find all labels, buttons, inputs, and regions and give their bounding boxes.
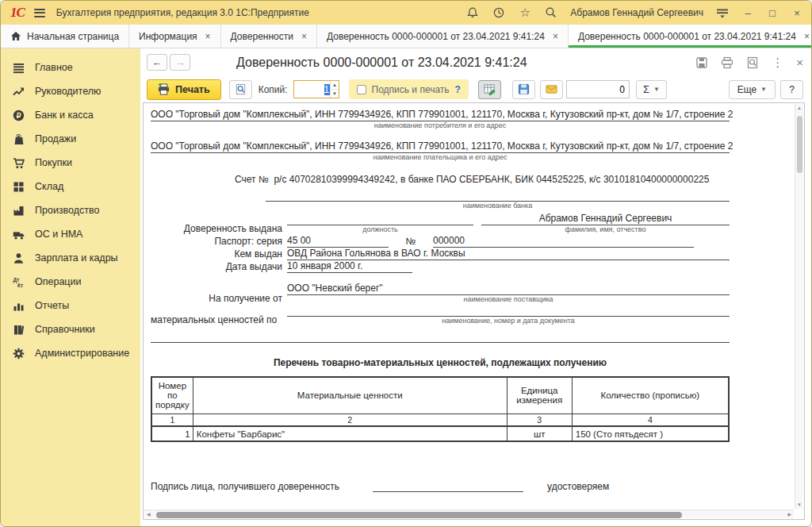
supplier-caption: наименование поставщика xyxy=(287,295,730,305)
person-caption: фамилия, имя, отчество xyxy=(481,225,730,235)
home-icon xyxy=(10,31,21,41)
bank-caption: наименование банка xyxy=(266,202,730,211)
sidebar-item-warehouse[interactable]: Склад xyxy=(1,175,140,198)
passport-number: 000000 xyxy=(433,235,694,248)
service-settings-icon[interactable] xyxy=(715,6,730,20)
consumer-line: ООО "Торговый дом "Комплексный", ИНН 779… xyxy=(151,109,730,121)
back-button[interactable]: ← xyxy=(147,54,167,71)
more-button[interactable]: Еще ▼ xyxy=(729,80,776,99)
close-window-button[interactable]: × xyxy=(791,7,803,19)
minimize-button[interactable]: – xyxy=(741,7,754,19)
sidebar-item-directories[interactable]: Справочники xyxy=(1,317,140,341)
sidebar-item-production[interactable]: Производство xyxy=(1,198,140,222)
close-tab-icon[interactable]: × xyxy=(205,31,211,42)
close-tab-icon[interactable]: × xyxy=(804,31,810,42)
history-icon[interactable] xyxy=(492,6,506,20)
sidebar-item-fixed-assets[interactable]: ОС и НМА xyxy=(1,222,140,246)
document-toolbar: Печать Копий: 1 ▲▼ Подпись и печать ? xyxy=(140,76,811,102)
books-icon xyxy=(13,324,25,336)
scroll-down-icon[interactable]: ▼ xyxy=(795,502,803,507)
sign-help-link[interactable]: ? xyxy=(455,84,461,95)
scroll-right-icon[interactable]: ▶ xyxy=(787,511,791,517)
horizontal-scroll-thumb[interactable] xyxy=(156,512,682,518)
tabbar: Начальная страница Информация × Доверенн… xyxy=(1,25,811,48)
close-tab-icon[interactable]: × xyxy=(301,31,307,42)
tab-power-of-attorney-doc-1[interactable]: Доверенность 0000-000001 от 23.04.2021 9… xyxy=(317,25,569,48)
more-menu-icon[interactable]: ⋮ xyxy=(772,56,783,70)
sidebar-item-purchases[interactable]: Покупки xyxy=(1,151,140,175)
email-button[interactable] xyxy=(540,80,563,99)
sidebar-item-operations[interactable]: ДтКт Операции xyxy=(1,270,140,294)
sidebar-item-administration[interactable]: Администрирование xyxy=(1,341,140,365)
1c-logo: 1С xyxy=(10,5,25,21)
tab-power-of-attorney-doc-2[interactable]: Доверенность 0000-000001 от 23.04.2021 9… xyxy=(569,25,812,48)
scroll-up-icon[interactable]: ▲ xyxy=(795,106,803,110)
signature-line xyxy=(373,480,523,492)
shopping-bag-icon xyxy=(13,133,25,145)
chevron-down-icon: ▼ xyxy=(653,86,660,93)
save-file-button[interactable] xyxy=(512,80,535,99)
truck-icon xyxy=(13,229,25,240)
supplier-value: ООО "Невский берег" xyxy=(287,283,730,295)
person-icon xyxy=(13,252,25,264)
sidebar-item-main[interactable]: Главное xyxy=(1,56,140,79)
notifications-bell-icon[interactable] xyxy=(465,6,480,20)
print-icon[interactable] xyxy=(721,56,733,69)
favorites-star-icon[interactable]: ☆ xyxy=(518,6,532,20)
main-menu-icon[interactable] xyxy=(34,9,45,17)
spinner-up-icon[interactable]: ▲ xyxy=(331,81,338,90)
sum-button[interactable]: Σ ▼ xyxy=(636,80,667,99)
column-numbers-row: 1 2 3 4 xyxy=(151,414,729,426)
chevron-down-icon: ▼ xyxy=(760,86,767,93)
close-document-icon[interactable]: × xyxy=(796,56,803,69)
issued-by-row: Кем выдан ОВД Района Гольянова в ВАО г. … xyxy=(151,248,730,260)
sidebar-item-bank-cash[interactable]: ₽ Банк и касса xyxy=(1,103,140,127)
table-row: 1 Конфеты "Барбарис" шт 150 (Сто пятьдес… xyxy=(151,426,729,441)
tab-information[interactable]: Информация × xyxy=(129,25,221,48)
passport-row: Паспорт: серия 45 00 № 000000 xyxy=(151,235,730,248)
sidebar-item-salary-hr[interactable]: Зарплата и кадры xyxy=(1,246,140,270)
svg-text:Кт: Кт xyxy=(17,283,23,288)
envelope-icon xyxy=(546,83,557,95)
table-cell: 1 xyxy=(151,414,193,426)
factory-icon xyxy=(13,205,25,217)
help-button[interactable]: ? xyxy=(780,80,803,99)
print-button[interactable]: Печать xyxy=(147,79,221,100)
print-form-area: ООО "Торговый дом "Комплексный", ИНН 779… xyxy=(143,102,805,520)
page-number-input[interactable] xyxy=(566,80,630,98)
menu-lines-icon xyxy=(13,62,25,74)
print-preview-button[interactable] xyxy=(229,80,252,99)
tab-power-of-attorney-list[interactable]: Доверенности × xyxy=(221,25,317,48)
table-cell: 150 (Сто пятьдесят ) xyxy=(572,426,729,441)
document-panel: ← → Доверенность 0000-000001 от 23.04.20… xyxy=(140,48,811,526)
issued-by-value: ОВД Района Гольянова в ВАО г. Москвы xyxy=(287,248,730,260)
vertical-scrollbar[interactable]: ▲ ▼ xyxy=(795,104,803,509)
payer-caption: наименование плательщика и его адрес xyxy=(151,153,730,163)
scroll-left-icon[interactable]: ◀ xyxy=(147,511,151,517)
current-user[interactable]: Абрамов Геннадий Сергеевич xyxy=(570,7,703,18)
save-icon[interactable] xyxy=(695,56,708,69)
close-tab-icon[interactable]: × xyxy=(553,31,558,42)
receive-from-row: На получение от ООО "Невский берег" наим… xyxy=(151,283,730,305)
vertical-scroll-thumb[interactable] xyxy=(797,116,802,173)
edit-table-button[interactable] xyxy=(478,80,501,99)
cart-icon xyxy=(13,157,25,169)
sidebar-item-manager[interactable]: Руководителю xyxy=(1,79,140,103)
spinner-down-icon[interactable]: ▼ xyxy=(331,90,338,98)
horizontal-scrollbar[interactable]: ◀ ▶ xyxy=(144,510,794,518)
sidebar-item-reports[interactable]: Отчеты xyxy=(1,294,140,317)
sign-and-stamp-checkbox[interactable]: Подпись и печать ? xyxy=(349,79,469,99)
forward-button[interactable]: → xyxy=(170,54,190,71)
search-icon[interactable] xyxy=(544,6,558,20)
document-caption: наименование, номер и дата документа xyxy=(287,317,730,326)
maximize-button[interactable]: □ xyxy=(766,7,779,19)
copies-spinner[interactable]: 1 ▲▼ xyxy=(293,80,339,98)
trend-chart-icon xyxy=(13,86,25,98)
continuation-line xyxy=(151,331,730,343)
table-header-cell: Единица измерения xyxy=(507,377,572,414)
sidebar-item-sales[interactable]: Продажи xyxy=(1,127,140,151)
printer-icon xyxy=(158,83,170,95)
tab-home[interactable]: Начальная страница xyxy=(1,25,129,48)
checkbox-box[interactable] xyxy=(357,85,366,94)
preview-icon[interactable] xyxy=(746,56,759,69)
